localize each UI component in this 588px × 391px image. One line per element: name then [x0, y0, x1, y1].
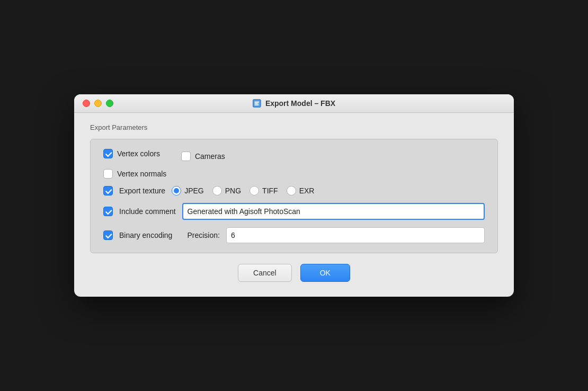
- close-button[interactable]: [83, 100, 90, 107]
- window-controls: [83, 100, 113, 107]
- include-comment-label: Include comment: [119, 207, 176, 216]
- export-texture-label: Export texture: [119, 186, 165, 195]
- vertex-normals-label: Vertex normals: [117, 170, 166, 178]
- fbx-icon: [253, 99, 261, 108]
- radio-png-label: PNG: [225, 186, 241, 195]
- ok-button[interactable]: OK: [300, 264, 350, 282]
- first-row: Vertex colors Cameras: [103, 149, 485, 164]
- include-comment-row: Include comment: [103, 203, 485, 220]
- dialog-buttons: Cancel OK: [90, 264, 498, 282]
- precision-input[interactable]: [226, 227, 485, 243]
- params-box: Vertex colors Cameras Vertex normals Exp…: [90, 139, 498, 253]
- cameras-label: Cameras: [195, 152, 225, 161]
- vertex-colors-label: Vertex colors: [117, 149, 160, 158]
- radio-exr[interactable]: EXR: [287, 186, 315, 196]
- radio-tiff-label: TIFF: [262, 186, 278, 195]
- radio-tiff[interactable]: TIFF: [250, 186, 278, 196]
- dialog-title: Export Model – FBX: [265, 99, 335, 108]
- section-label: Export Parameters: [90, 123, 498, 131]
- title-bar: Export Model – FBX: [74, 94, 514, 113]
- export-model-dialog: Export Model – FBX Export Parameters Ver…: [74, 94, 514, 297]
- cancel-button[interactable]: Cancel: [238, 264, 292, 282]
- cameras-checkbox[interactable]: [181, 152, 191, 161]
- include-comment-checkbox[interactable]: [103, 207, 113, 216]
- svg-rect-3: [255, 104, 259, 105]
- binary-encoding-label: Binary encoding: [119, 231, 172, 239]
- maximize-button[interactable]: [106, 100, 113, 107]
- svg-rect-1: [255, 102, 259, 103]
- export-texture-row: Export texture JPEG PNG TIFF: [103, 186, 485, 196]
- radio-png-circle: [212, 186, 222, 196]
- radio-tiff-circle: [250, 186, 259, 196]
- texture-format-group: JPEG PNG TIFF EXR: [172, 186, 314, 196]
- export-texture-checkbox[interactable]: [103, 186, 113, 196]
- vertex-normals-row: Vertex normals: [103, 169, 485, 179]
- minimize-button[interactable]: [94, 100, 102, 107]
- dialog-title-area: Export Model – FBX: [253, 99, 335, 108]
- svg-rect-2: [255, 103, 258, 104]
- radio-exr-label: EXR: [299, 186, 315, 195]
- binary-encoding-checkbox[interactable]: [103, 230, 113, 240]
- radio-jpeg[interactable]: JPEG: [172, 186, 204, 196]
- vertex-colors-row: Vertex colors: [103, 149, 160, 158]
- radio-jpeg-circle: [172, 186, 181, 196]
- vertex-normals-checkbox[interactable]: [103, 169, 113, 179]
- radio-jpeg-label: JPEG: [184, 186, 204, 195]
- dialog-content: Export Parameters Vertex colors Cameras …: [74, 113, 514, 297]
- comment-input[interactable]: [182, 203, 485, 220]
- radio-exr-circle: [287, 186, 296, 196]
- vertex-colors-checkbox[interactable]: [103, 149, 113, 158]
- precision-label: Precision:: [187, 231, 219, 239]
- cameras-row: Cameras: [181, 149, 225, 164]
- radio-png[interactable]: PNG: [212, 186, 241, 196]
- binary-encoding-row: Binary encoding Precision:: [103, 227, 485, 243]
